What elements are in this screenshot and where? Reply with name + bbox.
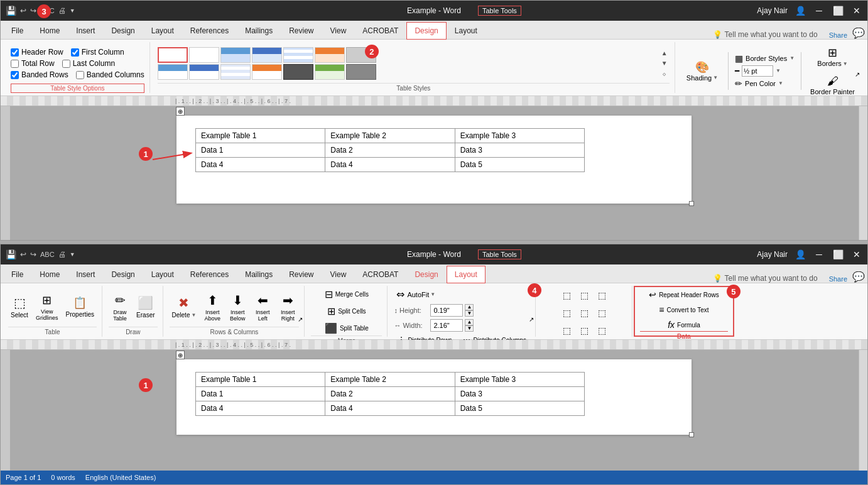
height-up[interactable]: ▲ xyxy=(465,304,474,310)
share-label-top[interactable]: Share xyxy=(829,31,847,39)
style-thumb-12[interactable] xyxy=(283,64,313,80)
tab-view-top[interactable]: View xyxy=(322,21,355,39)
tab-mailings-bottom[interactable]: Mailings xyxy=(237,265,281,283)
tab-insert-top[interactable]: Insert xyxy=(68,21,103,39)
align-bottom-left[interactable]: ⬚ xyxy=(558,322,575,339)
banded-rows-input[interactable] xyxy=(11,71,19,79)
undo-icon[interactable]: ↩ xyxy=(20,6,26,15)
borders-dropdown[interactable]: ▼ xyxy=(843,61,848,67)
tab-tabledesign-bottom[interactable]: Design xyxy=(406,265,446,283)
autofit-button[interactable]: ⇔ AutoFit ▼ xyxy=(394,287,438,302)
tab-file-bottom[interactable]: File xyxy=(3,265,31,283)
comments-icon-top[interactable]: 💬 xyxy=(852,27,865,39)
tab-acrobat-bottom[interactable]: ACROBAT xyxy=(354,265,406,283)
share-btn-bottom[interactable]: Share xyxy=(829,275,847,283)
properties-button[interactable]: 📋 Properties xyxy=(63,295,97,319)
split-cells-button[interactable]: ⊞ Split Cells xyxy=(325,304,368,319)
borders-button[interactable]: ⊞ Borders ▼ xyxy=(813,43,851,70)
align-top-right[interactable]: ⬚ xyxy=(594,287,610,303)
tab-tabledesign-top[interactable]: Design xyxy=(406,22,446,40)
save-icon[interactable]: 💾 xyxy=(6,6,16,16)
share-btn-top[interactable]: Share xyxy=(829,31,847,39)
resize-handle-bottom[interactable] xyxy=(689,432,694,437)
shading-dropdown[interactable]: ▼ xyxy=(713,75,718,80)
align-top-center[interactable]: ⬚ xyxy=(576,287,592,303)
width-down[interactable]: ▼ xyxy=(465,325,474,332)
tab-references-bottom[interactable]: References xyxy=(182,265,237,283)
border-styles-dropdown[interactable]: ▼ xyxy=(789,55,795,61)
style-thumb-8[interactable] xyxy=(158,64,188,80)
tab-design-top[interactable]: Design xyxy=(103,21,143,39)
style-thumb-10[interactable] xyxy=(220,64,251,80)
delete-button[interactable]: ✖ Delete ▼ xyxy=(170,294,199,320)
print-icon[interactable]: 🖨 xyxy=(58,6,66,15)
save-icon-bot[interactable]: 💾 xyxy=(6,249,16,259)
align-middle-center[interactable]: ⬚ xyxy=(576,305,592,321)
cell-size-dialog-launcher[interactable]: ↗ xyxy=(529,316,534,323)
style-thumb-2[interactable] xyxy=(189,47,219,63)
tell-me-text-bottom[interactable]: Tell me what you want to do xyxy=(725,274,818,283)
tab-layout-top[interactable]: Layout xyxy=(143,21,182,39)
close-btn-bottom[interactable]: ✕ xyxy=(851,249,862,260)
delete-dropdown[interactable]: ▼ xyxy=(191,312,196,318)
header-row-check[interactable]: Header Row xyxy=(11,48,63,57)
minimize-btn-bottom[interactable]: ─ xyxy=(813,249,825,260)
align-middle-right[interactable]: ⬚ xyxy=(594,305,610,321)
rows-cols-dialog-launcher[interactable]: ↗ xyxy=(298,316,303,323)
tab-mailings-top[interactable]: Mailings xyxy=(237,21,281,39)
tab-references-top[interactable]: References xyxy=(182,21,237,39)
print-icon-bot[interactable]: 🖨 xyxy=(58,250,66,259)
style-thumb-9[interactable] xyxy=(189,64,219,80)
table-move-handle-top[interactable]: ⊕ xyxy=(176,107,185,116)
pen-weight-input[interactable] xyxy=(742,65,773,77)
style-thumb-11[interactable] xyxy=(252,64,282,80)
align-bottom-right[interactable]: ⬚ xyxy=(594,322,610,339)
repeat-header-button[interactable]: ↩ Repeat Header Rows xyxy=(646,288,722,301)
redo-icon[interactable]: ↪ xyxy=(30,6,36,15)
table-move-handle-bottom[interactable]: ⊕ xyxy=(176,351,185,359)
height-down[interactable]: ▼ xyxy=(465,310,474,317)
banded-rows-check[interactable]: Banded Rows xyxy=(11,70,68,79)
eraser-button[interactable]: ⬜ Eraser xyxy=(134,294,157,320)
minimize-btn-top[interactable]: ─ xyxy=(813,5,825,16)
tab-tablelayout-bottom[interactable]: Layout xyxy=(447,266,486,283)
style-thumb-14[interactable] xyxy=(346,64,376,80)
style-thumb-3[interactable] xyxy=(220,47,251,63)
align-middle-left[interactable]: ⬚ xyxy=(558,305,575,321)
select-button[interactable]: ⬚ Select xyxy=(8,294,31,320)
tab-home-top[interactable]: Home xyxy=(31,21,68,39)
tab-insert-bottom[interactable]: Insert xyxy=(68,265,103,283)
gallery-more[interactable]: ⬦ xyxy=(659,68,670,79)
border-painter-button[interactable]: 🖌 Border Painter xyxy=(808,72,857,98)
banded-columns-check[interactable]: Banded Columns xyxy=(76,70,144,79)
pen-weight-dropdown[interactable]: ▼ xyxy=(776,68,781,74)
redo-icon-bot[interactable]: ↪ xyxy=(30,250,36,259)
border-styles-row[interactable]: ▦ Border Styles ▼ xyxy=(735,53,795,63)
tab-acrobat-top[interactable]: ACROBAT xyxy=(354,21,406,39)
gallery-up[interactable]: ▲ xyxy=(659,48,670,58)
tab-layout-bottom[interactable]: Layout xyxy=(143,265,182,283)
align-bottom-center[interactable]: ⬚ xyxy=(576,322,592,339)
tab-home-bottom[interactable]: Home xyxy=(31,265,68,283)
convert-to-text-button[interactable]: ≡ Convert to Text xyxy=(656,303,711,316)
tab-view-bottom[interactable]: View xyxy=(322,265,355,283)
tab-file-top[interactable]: File xyxy=(3,21,31,39)
scrollbar-bottom[interactable] xyxy=(859,350,867,484)
tab-review-bottom[interactable]: Review xyxy=(281,265,322,283)
qat-dropdown-bot[interactable]: ▼ xyxy=(70,251,75,258)
share-label-bottom[interactable]: Share xyxy=(829,275,847,283)
formula-button[interactable]: fx Formula xyxy=(665,319,703,331)
restore-btn-top[interactable]: ⬜ xyxy=(832,5,844,16)
style-thumb-6[interactable] xyxy=(315,47,345,63)
draw-table-button[interactable]: ✏ DrawTable xyxy=(109,292,131,323)
last-column-check[interactable]: Last Column xyxy=(62,59,115,68)
tab-review-top[interactable]: Review xyxy=(281,21,322,39)
split-table-button[interactable]: ⬛ Split Table xyxy=(322,321,371,335)
banded-columns-input[interactable] xyxy=(76,71,84,79)
height-input[interactable] xyxy=(430,304,463,317)
width-input[interactable] xyxy=(430,319,463,332)
insert-below-button[interactable]: ⬇ InsertBelow xyxy=(226,292,249,323)
restore-btn-bottom[interactable]: ⬜ xyxy=(832,249,844,260)
first-column-check[interactable]: First Column xyxy=(71,48,124,57)
close-btn-top[interactable]: ✕ xyxy=(851,5,862,16)
